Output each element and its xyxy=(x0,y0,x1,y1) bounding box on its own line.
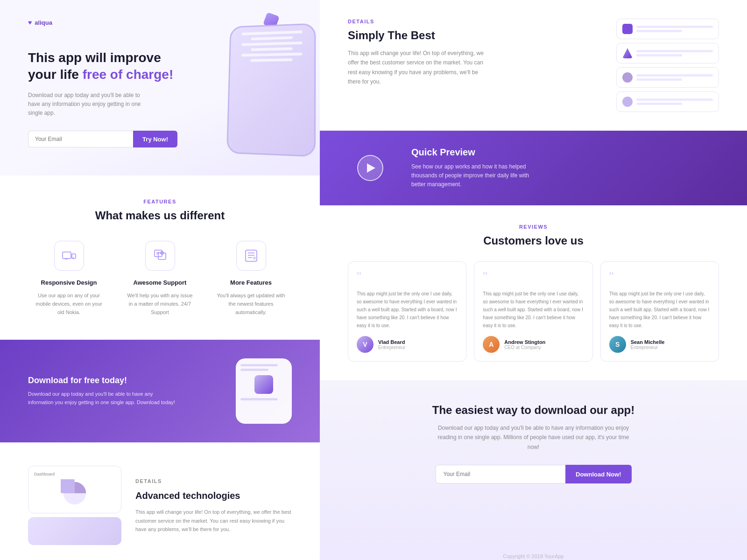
quote-icon-0: " xyxy=(357,270,458,283)
bottom-email-form: Download Now! xyxy=(436,465,632,483)
feature-card-support: Awesome Support We'll help you with any … xyxy=(119,241,201,316)
logo-icon: ♥ xyxy=(28,19,32,26)
svg-rect-9 xyxy=(246,250,257,261)
svg-rect-0 xyxy=(63,252,71,259)
feature-desc-1: We'll help you with any issue in a matte… xyxy=(125,292,195,316)
ui-card-line xyxy=(636,74,713,77)
ui-card-icon-purple xyxy=(622,24,633,34)
svg-rect-13 xyxy=(253,257,256,259)
hero-illustration xyxy=(203,9,320,159)
more-features-icon-wrap xyxy=(236,241,266,271)
hero-email-form: Try Now! xyxy=(28,131,177,147)
banner-phone-mockup xyxy=(236,358,292,424)
feature-name-0: Responsive Design xyxy=(41,279,97,286)
video-text: Quick Preview See how our app works and … xyxy=(411,147,542,189)
play-button[interactable] xyxy=(357,155,383,181)
ui-card-lines xyxy=(636,26,713,32)
features-section: FEATURES What makes us different Respons… xyxy=(0,175,320,340)
hero-email-input[interactable] xyxy=(28,131,133,147)
phone-mockup xyxy=(226,23,316,157)
hero-content: This app will improve your life free of … xyxy=(28,49,177,147)
mockup-card-title: Dashboard xyxy=(34,472,115,476)
copyright: Copyright © 2018 YourApp xyxy=(503,553,564,559)
reviews-title: Customers love us xyxy=(348,234,719,247)
video-desc: See how our app works and how it has hel… xyxy=(411,162,542,189)
author-name-2: Sean Michelle xyxy=(631,339,665,345)
simply-text: DETAILS Simply The Best This app will ch… xyxy=(348,19,598,87)
review-card-1: " This app might just be the only one I … xyxy=(474,261,592,362)
ui-card-4 xyxy=(616,91,719,112)
details-mockup: Dashboard xyxy=(28,466,121,545)
banner-phone-bar xyxy=(240,369,268,371)
phone-line xyxy=(250,58,292,62)
ui-card-icon-triangle xyxy=(622,48,633,58)
reviews-grid: " This app might just be the only one I … xyxy=(348,261,719,362)
simply-best-section: DETAILS Simply The Best This app will ch… xyxy=(320,0,747,131)
phone-line xyxy=(242,30,303,35)
responsive-icon-wrap xyxy=(54,241,84,271)
more-features-icon xyxy=(244,248,259,263)
right-panel: DETAILS Simply The Best This app will ch… xyxy=(320,0,747,560)
feature-name-2: More Features xyxy=(230,279,272,286)
ui-card-3 xyxy=(616,67,719,88)
review-text-2: This app might just be the only one I us… xyxy=(609,290,710,329)
avatar-img-1: A xyxy=(483,336,500,353)
video-title: Quick Preview xyxy=(411,147,542,158)
author-role-1: CEO at Company xyxy=(504,345,545,350)
review-text-0: This app might just be the only one I us… xyxy=(357,290,458,329)
banner-phone-bar xyxy=(240,398,278,400)
ui-card-line xyxy=(636,26,713,28)
features-title: What makes us different xyxy=(28,209,292,222)
hero-section: ♥ aliqua This app will improve your life… xyxy=(0,0,320,175)
download-banner-text: Download for free today! Download our ap… xyxy=(28,376,217,406)
ui-card-1 xyxy=(616,19,719,39)
banner-phone-square xyxy=(254,375,273,394)
review-author-0: V Vlad Beard Entrepreneur xyxy=(357,336,458,353)
author-name-0: Vlad Beard xyxy=(378,339,405,345)
mockup-pie-chart xyxy=(61,479,89,507)
author-role-0: Entrepreneur xyxy=(378,345,405,350)
phone-line xyxy=(251,47,293,51)
ui-card-lines xyxy=(636,50,713,56)
details-desc: This app will change your life! On top o… xyxy=(135,508,292,534)
details-tag: DETAILS xyxy=(135,477,292,486)
ui-card-lines xyxy=(636,74,713,81)
hero-title: This app will improve your life free of … xyxy=(28,49,177,84)
bottom-cta-title: The easiest way to download our app! xyxy=(348,404,719,417)
review-author-2: S Sean Michelle Entrepreneur xyxy=(609,336,710,353)
download-now-button[interactable]: Download Now! xyxy=(565,465,632,483)
phone-line xyxy=(241,53,303,57)
download-banner-subtitle: Download our app today and you'll be abl… xyxy=(28,390,177,406)
left-panel: ♥ aliqua This app will improve your life… xyxy=(0,0,320,560)
ui-card-line-short xyxy=(636,78,682,81)
try-now-button[interactable]: Try Now! xyxy=(133,131,177,147)
phone-line xyxy=(251,36,293,41)
avatar-img-2: S xyxy=(609,336,626,353)
bottom-cta-section: The easiest way to download our app! Dow… xyxy=(320,380,747,560)
responsive-design-icon xyxy=(62,248,77,263)
reviews-tag: REVIEWS xyxy=(348,224,719,230)
ui-card-icon-gear xyxy=(622,97,633,107)
author-info-0: Vlad Beard Entrepreneur xyxy=(378,339,405,350)
simply-tag: DETAILS xyxy=(348,19,598,24)
bottom-email-input[interactable] xyxy=(436,465,566,483)
ui-card-line xyxy=(636,98,713,101)
details-title: Advanced technologies xyxy=(135,490,292,501)
quote-icon-2: " xyxy=(609,270,710,283)
brand-name: aliqua xyxy=(35,19,52,26)
ui-card-line xyxy=(636,50,713,52)
details-text: DETAILS Advanced technologies This app w… xyxy=(135,477,292,534)
author-info-2: Sean Michelle Entrepreneur xyxy=(631,339,665,350)
author-avatar-1: A xyxy=(483,336,500,353)
phone-line xyxy=(241,42,303,46)
features-tag: FEATURES xyxy=(28,199,292,204)
ui-card-2 xyxy=(616,43,719,63)
feature-card-responsive: Responsive Design Use our app on any of … xyxy=(28,241,110,316)
feature-desc-2: You'll always get updated with the newes… xyxy=(216,292,286,316)
mockup-card-pie: Dashboard xyxy=(28,466,121,513)
author-info-1: Andrew Stington CEO at Company xyxy=(504,339,545,350)
review-card-0: " This app might just be the only one I … xyxy=(348,261,466,362)
review-author-1: A Andrew Stington CEO at Company xyxy=(483,336,584,353)
banner-phone-bar xyxy=(240,364,278,366)
download-banner-title: Download for free today! xyxy=(28,376,217,385)
